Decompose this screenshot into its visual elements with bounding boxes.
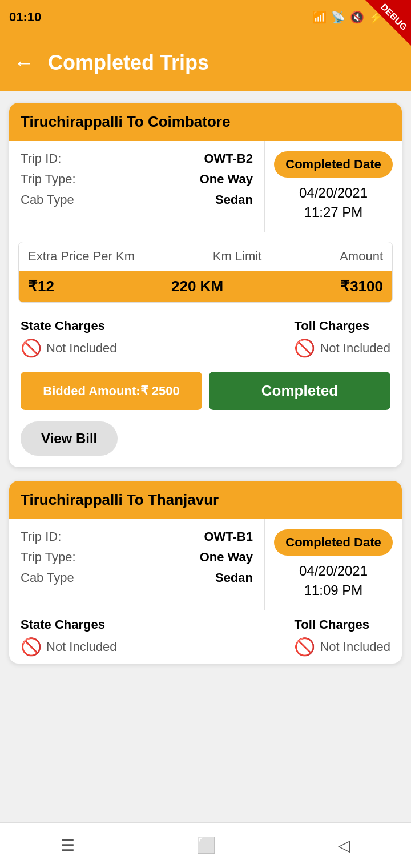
trip-1-view-bill-row: View Bill	[9, 417, 402, 467]
trip-2-date-right: Completed Date 04/20/2021 11:09 PM	[265, 519, 402, 610]
view-bill-button[interactable]: View Bill	[21, 421, 118, 456]
trip-2-info-section: Trip ID: OWT-B1 Trip Type: One Way Cab T…	[9, 519, 402, 610]
back-button[interactable]: ←	[14, 51, 34, 75]
trip-2-charges: State Charges 🚫 Not Included Toll Charge…	[9, 610, 402, 664]
trip-1-date-right: Completed Date 04/20/2021 11:27 PM	[265, 141, 402, 232]
trip-1-route: Tiruchirappalli To Coimbatore	[21, 113, 230, 130]
trip-2-cab-value: Sedan	[215, 570, 253, 585]
trip-2-type-value: One Way	[200, 550, 253, 565]
trip-id-label: Trip ID:	[21, 151, 61, 166]
page-title: Completed Trips	[48, 51, 209, 75]
completed-button[interactable]: Completed	[209, 372, 390, 410]
state-charges-value: Not Included	[46, 341, 117, 356]
bid-amount-button[interactable]: Bidded Amount:₹ 2500	[21, 372, 202, 410]
trip-2-toll-no-entry-icon: 🚫	[294, 637, 315, 657]
trip-2-date-value: 04/20/2021 11:09 PM	[299, 561, 368, 600]
trip-2-state-charges-value: Not Included	[46, 640, 117, 654]
trip-2-id-label: Trip ID:	[21, 529, 61, 544]
trip-1-type-value: One Way	[200, 172, 253, 187]
trip-2-id-value: OWT-B1	[204, 529, 253, 544]
status-bar: 01:10 📶 📡 🔇 ⚡ 🔋	[0, 0, 411, 34]
trip-2-cab-row: Cab Type Sedan	[21, 570, 253, 585]
trip-1-charges: State Charges 🚫 Not Included Toll Charge…	[9, 312, 402, 365]
toll-charges-value: Not Included	[320, 341, 390, 356]
trip-2-cab-label: Cab Type	[21, 570, 74, 585]
extra-price-label: Extra Price Per Km	[28, 249, 135, 264]
extra-price-value: ₹12	[28, 278, 54, 295]
trip-2-state-charges-label: State Charges	[21, 617, 117, 632]
back-nav-icon[interactable]: ◁	[338, 836, 350, 855]
amount-label: Amount	[340, 249, 383, 264]
state-charges-label: State Charges	[21, 319, 117, 333]
trip-2-toll-charges-value: Not Included	[320, 640, 390, 654]
trip-1-info-section: Trip ID: OWT-B2 Trip Type: One Way Cab T…	[9, 141, 402, 232]
header: ← Completed Trips	[0, 34, 411, 91]
toll-charges-group: Toll Charges 🚫 Not Included	[294, 319, 390, 358]
cab-type-label: Cab Type	[21, 192, 74, 207]
trip-2-toll-charges-label: Toll Charges	[294, 617, 390, 632]
trip-2-id-row: Trip ID: OWT-B1	[21, 529, 253, 544]
toll-no-entry-icon: 🚫	[294, 338, 315, 358]
trip-2-state-charges-group: State Charges 🚫 Not Included	[21, 617, 117, 657]
trip-1-id-row: Trip ID: OWT-B2	[21, 151, 253, 166]
trip-1-date-value: 04/20/2021 11:27 PM	[299, 183, 368, 222]
toll-charges-value-row: 🚫 Not Included	[294, 338, 390, 358]
state-charges-value-row: 🚫 Not Included	[21, 338, 117, 358]
trip-2-toll-charges-group: Toll Charges 🚫 Not Included	[294, 617, 390, 657]
trip-2-state-no-entry-icon: 🚫	[21, 637, 42, 657]
toll-charges-label: Toll Charges	[294, 319, 390, 333]
status-time: 01:10	[9, 10, 41, 25]
menu-icon[interactable]: ☰	[61, 836, 75, 855]
km-limit-label: Km Limit	[213, 249, 262, 264]
trip-1-action-buttons: Bidded Amount:₹ 2500 Completed	[9, 365, 402, 417]
trip-1-pricing-section: Extra Price Per Km Km Limit Amount ₹12 2…	[18, 242, 393, 303]
trip-2-type-row: Trip Type: One Way	[21, 550, 253, 565]
trip-1-completed-date-label: Completed Date	[274, 151, 393, 178]
bottom-nav: ☰ ⬜ ◁	[0, 822, 411, 868]
mute-icon: 🔇	[350, 10, 364, 24]
signal-icon: 📶	[312, 10, 327, 24]
trip-card-1-header: Tiruchirappalli To Coimbatore	[9, 103, 402, 141]
wifi-icon: 📡	[331, 10, 345, 24]
trip-card-1: Tiruchirappalli To Coimbatore Trip ID: O…	[9, 103, 402, 467]
trip-2-type-label: Trip Type:	[21, 550, 76, 565]
trip-1-cab-row: Cab Type Sedan	[21, 192, 253, 207]
trip-2-completed-date-label: Completed Date	[274, 529, 393, 556]
state-no-entry-icon: 🚫	[21, 338, 42, 358]
pricing-header: Extra Price Per Km Km Limit Amount	[19, 242, 392, 271]
main-content: Tiruchirappalli To Coimbatore Trip ID: O…	[0, 91, 411, 732]
amount-value: ₹3100	[340, 278, 383, 295]
trip-1-details-left: Trip ID: OWT-B2 Trip Type: One Way Cab T…	[9, 141, 265, 232]
trip-1-cab-value: Sedan	[215, 192, 253, 207]
state-charges-group: State Charges 🚫 Not Included	[21, 319, 117, 358]
pricing-values: ₹12 220 KM ₹3100	[19, 271, 392, 302]
trip-type-label: Trip Type:	[21, 172, 76, 187]
trip-card-2: Tiruchirappalli To Thanjavur Trip ID: OW…	[9, 481, 402, 664]
trip-2-toll-charges-value-row: 🚫 Not Included	[294, 637, 390, 657]
trip-1-type-row: Trip Type: One Way	[21, 172, 253, 187]
home-icon[interactable]: ⬜	[196, 836, 216, 855]
km-limit-value: 220 KM	[171, 278, 223, 295]
trip-1-id-value: OWT-B2	[204, 151, 253, 166]
trip-2-state-charges-value-row: 🚫 Not Included	[21, 637, 117, 657]
trip-2-details-left: Trip ID: OWT-B1 Trip Type: One Way Cab T…	[9, 519, 265, 610]
trip-card-2-header: Tiruchirappalli To Thanjavur	[9, 481, 402, 519]
trip-2-route: Tiruchirappalli To Thanjavur	[21, 491, 219, 508]
